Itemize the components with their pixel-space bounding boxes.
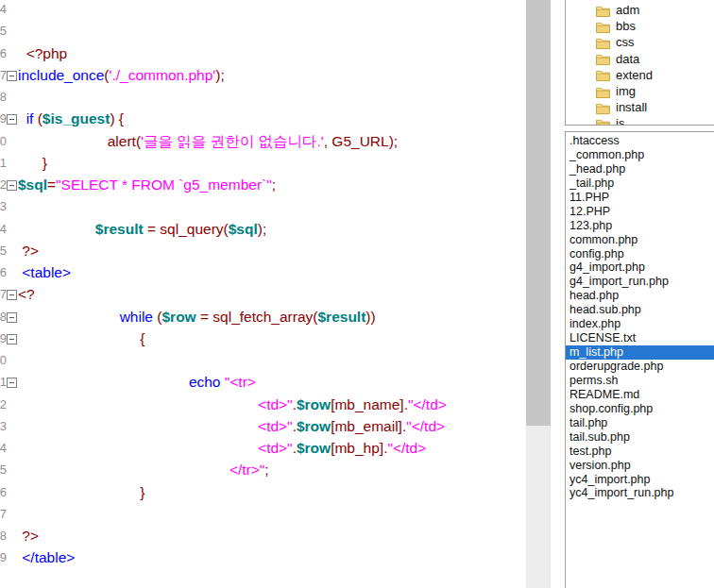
code-line[interactable]: 26 <table> xyxy=(0,261,525,283)
code-text: while ($row = sql_fetch_array($result)) xyxy=(0,306,525,328)
code-line[interactable]: 34 <td>".$row[mb_hp]."</td> xyxy=(0,437,525,459)
line-number: 33 xyxy=(0,415,7,437)
file-item-123.php[interactable]: 123.php xyxy=(566,219,714,233)
folder-label: css xyxy=(616,34,635,50)
code-line[interactable]: 24 $result = sql_query($sql); xyxy=(0,218,525,240)
file-item-version.php[interactable]: version.php xyxy=(566,459,714,473)
folder-item-adm[interactable]: adm xyxy=(566,2,714,18)
file-item-_head.php[interactable]: _head.php xyxy=(566,162,714,176)
code-line[interactable]: 29 { xyxy=(0,328,525,349)
code-line[interactable]: 33 <td>".$row[mb_email]."</td> xyxy=(0,415,525,437)
file-item-common.php[interactable]: common.php xyxy=(566,233,714,247)
file-item-tail.sub.php[interactable]: tail.sub.php xyxy=(566,430,714,445)
folder-label: extend xyxy=(616,67,653,83)
line-number: 29 xyxy=(0,328,7,349)
folder-tree: admbbscssdataextendimginstalljs xyxy=(566,0,714,126)
code-line[interactable]: 32 <td>".$row[mb_name]."</td> xyxy=(0,394,525,415)
file-item-config.php[interactable]: config.php xyxy=(566,247,714,261)
code-line[interactable]: 18 xyxy=(0,86,525,108)
folder-icon xyxy=(596,5,610,16)
line-number: 28 xyxy=(0,306,7,328)
scrollbar-thumb[interactable] xyxy=(526,0,551,426)
line-number: 36 xyxy=(0,481,7,503)
code-text: <?php xyxy=(0,42,525,64)
code-line[interactable]: 15 xyxy=(0,20,525,42)
code-text: <td>".$row[mb_email]."</td> xyxy=(0,415,525,437)
folder-item-css[interactable]: css xyxy=(566,34,714,50)
folder-label: install xyxy=(616,99,647,115)
code-line[interactable]: 21 } xyxy=(0,152,525,174)
code-line[interactable]: 25 ?> xyxy=(0,240,525,261)
code-text: if ($is_guest) { xyxy=(0,108,525,129)
code-text: $result = sql_query($sql); xyxy=(0,218,525,240)
file-item-_common.php[interactable]: _common.php xyxy=(566,148,714,162)
code-line[interactable]: 39 </table> xyxy=(0,546,525,568)
file-item-perms.sh[interactable]: perms.sh xyxy=(566,374,714,388)
line-number: 25 xyxy=(0,240,7,261)
code-line[interactable]: 16 <?php xyxy=(0,42,525,64)
code-text: include_once('./_common.php'); xyxy=(0,64,525,86)
file-item-orderupgrade.php[interactable]: orderupgrade.php xyxy=(566,360,714,374)
file-item-test.php[interactable]: test.php xyxy=(566,445,714,459)
code-line[interactable]: 38 ?> xyxy=(0,525,525,546)
folder-label: bbs xyxy=(616,18,636,34)
app-window: 141516 <?php17include_once('./_common.ph… xyxy=(0,0,714,588)
code-line[interactable]: 35 </tr>"; xyxy=(0,459,525,480)
folder-item-bbs[interactable]: bbs xyxy=(566,18,714,34)
fold-collapse-icon[interactable] xyxy=(7,312,17,323)
code-line[interactable]: 22$sql="SELECT * FROM `g5_member`"; xyxy=(0,174,525,195)
editor-vertical-scrollbar[interactable] xyxy=(526,0,551,588)
file-item-index.php[interactable]: index.php xyxy=(566,317,714,331)
code-text: <table> xyxy=(0,261,525,283)
fold-collapse-icon[interactable] xyxy=(7,114,17,125)
code-line[interactable]: 37 xyxy=(0,503,525,525)
line-number: 17 xyxy=(0,64,7,86)
code-text: { xyxy=(0,328,525,349)
line-number: 34 xyxy=(0,437,7,459)
folder-item-img[interactable]: img xyxy=(566,83,714,99)
fold-collapse-icon[interactable] xyxy=(7,334,17,344)
fold-collapse-icon[interactable] xyxy=(7,290,17,300)
file-item-yc4_import.php[interactable]: yc4_import.php xyxy=(566,473,714,487)
folder-item-data[interactable]: data xyxy=(566,51,714,67)
file-item-head.php[interactable]: head.php xyxy=(566,289,714,303)
file-item-head.sub.php[interactable]: head.sub.php xyxy=(566,303,714,317)
code-line[interactable]: 28 while ($row = sql_fetch_array($result… xyxy=(0,306,525,328)
code-line[interactable]: 23 xyxy=(0,195,525,217)
file-item-tail.php[interactable]: tail.php xyxy=(566,416,714,430)
code-line[interactable]: 20 alert('글을 읽을 권한이 없습니다.', G5_URL); xyxy=(0,130,525,152)
code-line[interactable]: 31 echo "<tr> xyxy=(0,371,525,393)
code-line[interactable]: 27<? xyxy=(0,283,525,305)
file-item-LICENSE.txt[interactable]: LICENSE.txt xyxy=(566,331,714,345)
line-number: 31 xyxy=(0,371,7,393)
file-item-m_list.php[interactable]: m_list.php xyxy=(566,345,714,360)
fold-collapse-icon[interactable] xyxy=(7,180,17,191)
code-text: } xyxy=(0,481,525,503)
file-item-.htaccess[interactable]: .htaccess xyxy=(566,134,714,148)
folder-item-extend[interactable]: extend xyxy=(566,67,714,83)
folder-icon xyxy=(596,53,610,64)
file-item-g4_import_run.php[interactable]: g4_import_run.php xyxy=(566,275,714,289)
code-line[interactable]: 17include_once('./_common.php'); xyxy=(0,64,525,86)
code-line[interactable]: 19 if ($is_guest) { xyxy=(0,108,525,129)
file-item-11.PHP[interactable]: 11.PHP xyxy=(566,191,714,205)
file-item-_tail.php[interactable]: _tail.php xyxy=(566,176,714,191)
file-item-shop.config.php[interactable]: shop.config.php xyxy=(566,402,714,416)
file-item-yc4_import_run.php[interactable]: yc4_import_run.php xyxy=(566,486,714,500)
code-text: echo "<tr> xyxy=(0,371,525,393)
code-line[interactable]: 30 xyxy=(0,349,525,371)
file-item-12.PHP[interactable]: 12.PHP xyxy=(566,205,714,219)
folder-item-js[interactable]: js xyxy=(566,115,714,126)
file-item-README.md[interactable]: README.md xyxy=(566,388,714,402)
fold-collapse-icon[interactable] xyxy=(7,378,17,388)
fold-collapse-icon[interactable] xyxy=(7,71,17,81)
code-text: $sql="SELECT * FROM `g5_member`"; xyxy=(0,174,525,195)
code-editor[interactable]: 141516 <?php17include_once('./_common.ph… xyxy=(0,0,525,588)
code-text: </tr>"; xyxy=(0,459,525,480)
code-line[interactable]: 14 xyxy=(0,0,525,20)
file-item-g4_import.php[interactable]: g4_import.php xyxy=(566,260,714,275)
line-number: 14 xyxy=(0,0,7,20)
code-text: } xyxy=(0,152,525,174)
folder-item-install[interactable]: install xyxy=(566,99,714,115)
code-line[interactable]: 36 } xyxy=(0,481,525,503)
